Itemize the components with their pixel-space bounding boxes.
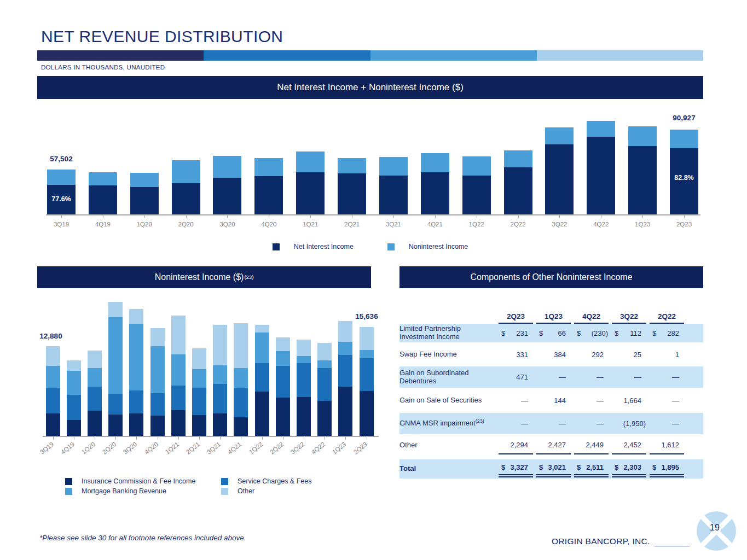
segment-mortgage-banking-revenue [192, 369, 206, 388]
legend-swatch [65, 488, 72, 495]
cell-number: 1,612 [661, 441, 684, 449]
bar-4Q21 [234, 323, 248, 436]
segment-mortgage-banking-revenue [150, 346, 165, 394]
bar-2Q21 [192, 348, 206, 436]
segment-mortgage-banking-revenue [255, 332, 269, 363]
legend-label: Noninterest Income [409, 243, 468, 250]
segment-net-interest-income [130, 187, 159, 214]
cell-number: 2,452 [623, 441, 646, 449]
bar-1Q21 [171, 316, 186, 436]
segment-service-charges-fees [129, 390, 143, 413]
bar-3Q19 [47, 170, 76, 214]
legend-item-mortgage-banking-revenue: Mortgage Banking Revenue [65, 487, 221, 495]
x-axis-label: 1Q20 [127, 221, 162, 228]
segment-net-interest-income [254, 176, 283, 214]
bar-3Q20 [129, 309, 143, 436]
segment-other [150, 328, 165, 346]
segment-net-interest-income [213, 178, 241, 214]
axis-tick [684, 215, 685, 218]
chart1-last-bar-pct: 82.8% [667, 174, 702, 182]
segment-mortgage-banking-revenue [46, 366, 60, 388]
segment-insurance-commission-fee-income [255, 392, 269, 436]
segment-noninterest-income [421, 153, 449, 172]
bar-3Q22 [545, 127, 574, 214]
x-axis-label: 3Q21 [376, 221, 411, 228]
segment-noninterest-income [254, 158, 283, 177]
segment-insurance-commission-fee-income [317, 401, 332, 436]
col-header-3Q22: 3Q22 [612, 312, 646, 324]
bar-1Q23 [338, 321, 352, 436]
segment-other [360, 327, 374, 350]
segment-net-interest-income [89, 185, 117, 214]
axis-tick [310, 215, 311, 218]
segment-mortgage-banking-revenue [171, 354, 186, 386]
cell-value: 292 [574, 351, 609, 359]
segment-insurance-commission-fee-income [360, 391, 374, 436]
row-label: Other [399, 441, 499, 450]
cell-value: (1,950) [612, 419, 646, 428]
bar-1Q22 [462, 156, 491, 214]
cell-value: $112 [612, 329, 646, 337]
segment-net-interest-income [379, 176, 408, 214]
segment-service-charges-fees [192, 388, 206, 416]
cell-number: 144 [554, 396, 571, 405]
currency-sign: $ [577, 329, 581, 337]
x-axis-label: 1Q22 [459, 221, 494, 228]
col-header-4Q22: 4Q22 [574, 312, 609, 324]
segment-insurance-commission-fee-income [108, 415, 123, 436]
bar-1Q21 [296, 151, 325, 214]
bar-2Q23 [360, 327, 374, 436]
axis-tick [241, 437, 241, 440]
axis-tick [103, 215, 103, 218]
cell-number: — [559, 419, 571, 428]
company-name: ORIGIN BANCORP, INC. [552, 536, 690, 546]
chart1-title: Net Interest Income + Noninterest Income… [277, 82, 464, 93]
cell-number: 2,303 [623, 463, 646, 471]
chart2-header: Noninterest Income ($)(23) [37, 266, 371, 288]
cell-value: 25 [612, 351, 646, 359]
bar-3Q22 [297, 340, 311, 436]
segment-other [317, 343, 332, 360]
x-axis-label: 2Q23 [667, 221, 702, 228]
row-label-footnote-ref: (23) [476, 418, 484, 424]
segment-noninterest-income [130, 173, 159, 188]
legend-item-noninterest-income: Noninterest Income [387, 243, 468, 250]
table-row: Total$3,327$3,021$2,511$2,303$1,895 [399, 459, 703, 479]
axis-tick [158, 437, 158, 440]
cell-number: — [597, 373, 609, 381]
segment-other [88, 351, 102, 368]
axis-tick [199, 437, 200, 440]
company-name-text: ORIGIN BANCORP, INC. [552, 536, 650, 546]
cell-value: $3,021 [536, 460, 571, 477]
axis-tick [136, 437, 137, 440]
chart2-axis-line [43, 436, 379, 437]
axis-tick [61, 215, 62, 218]
segment-other [338, 321, 352, 342]
accent-segment-3 [370, 50, 537, 61]
table-row: Gain on Sale of Securities—144—1,664— [399, 388, 703, 413]
axis-tick [269, 215, 269, 218]
segment-net-interest-income [338, 173, 366, 214]
legend-item-service-charges-fees: Service Charges & Fees [221, 477, 311, 485]
axis-tick [393, 215, 394, 218]
cell-number: 2,511 [586, 463, 609, 471]
bar-3Q21 [213, 325, 227, 436]
cell-value: $1,895 [650, 460, 684, 477]
x-axis-label: 3Q19 [44, 221, 79, 228]
segment-net-interest-income [628, 146, 657, 214]
segment-net-interest-income [545, 144, 574, 214]
cell-value: 2,294 [499, 436, 533, 454]
legend-label: Service Charges & Fees [238, 477, 311, 485]
segment-service-charges-fees [46, 388, 60, 413]
legend-swatch [221, 478, 228, 485]
bar-2Q20 [108, 302, 123, 436]
table-row: Swap Fee Income331384292251 [399, 342, 703, 366]
chart1-first-bar-pct: 77.6% [44, 195, 79, 203]
cell-number: 3,327 [510, 463, 533, 471]
cell-number: — [597, 419, 609, 428]
cell-value: $(230) [574, 329, 609, 337]
cell-number: — [521, 396, 533, 405]
cell-value: — [499, 419, 533, 428]
axis-tick [518, 215, 519, 218]
axis-tick [477, 215, 477, 218]
